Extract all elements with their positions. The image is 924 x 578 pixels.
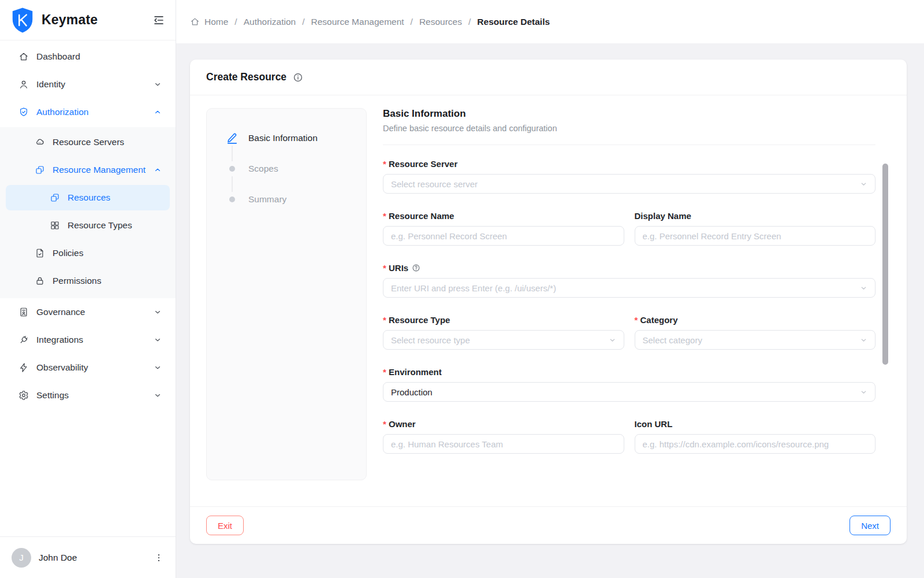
sidebar: Keymate Dashboard Identity [0,0,176,578]
plug-icon [18,335,29,345]
wizard-stepper: Basic Information Scopes Summary [206,108,367,480]
chevron-down-icon [154,364,162,372]
sidebar-item-identity[interactable]: Identity [6,72,170,97]
wizard-footer: Exit Next [190,506,907,544]
resource-server-select[interactable]: Select resource server [383,174,875,194]
field-label: Resource Type [383,315,450,325]
field-display-name: Display Name [635,211,876,246]
sidebar-item-label: Integrations [36,335,83,345]
field-resource-server: Resource Server Select resource server [383,159,875,194]
breadcrumb-authorization[interactable]: Authorization [244,17,296,27]
field-environment: Environment Production [383,367,875,402]
step-basic-information[interactable]: Basic Information [226,131,357,146]
field-label: Resource Server [383,159,457,169]
sidebar-item-settings[interactable]: Settings [6,383,170,408]
environment-select[interactable]: Production [383,382,875,402]
user-icon [18,79,29,90]
sidebar-item-label: Observability [36,362,88,373]
card-body: Basic Information Scopes Summary [190,95,907,506]
chevron-down-icon [154,308,162,316]
sidebar-item-resources[interactable]: Resources [6,185,170,210]
resource-type-select[interactable]: Select resource type [383,330,624,350]
sidebar-item-label: Resources [68,192,110,203]
sidebar-item-integrations[interactable]: Integrations [6,327,170,353]
sidebar-item-observability[interactable]: Observability [6,355,170,380]
exit-button[interactable]: Exit [206,516,244,535]
step-connector [232,176,233,192]
sidebar-item-label: Governance [36,307,85,317]
field-label: Category [635,315,678,325]
chevron-down-icon [860,388,867,396]
sidebar-item-authorization[interactable]: Authorization [6,99,170,125]
field-label: Environment [383,367,442,377]
uris-multiselect[interactable]: Enter URI and press Enter (e.g. /ui/user… [383,278,875,298]
sidebar-collapse-icon[interactable] [152,14,165,27]
sidebar-item-governance[interactable]: Governance [6,299,170,325]
sidebar-item-resource-management[interactable]: Resource Management [6,157,170,183]
field-label: Display Name [635,211,691,221]
page-title: Create Resource [206,71,286,83]
step-label: Basic Information [248,133,318,143]
field-uris: URIs Enter URI and press Enter (e.g. /ui… [383,263,875,298]
breadcrumb-separator: / [302,17,304,27]
breadcrumb-home[interactable]: Home [204,17,228,27]
section-title: Basic Information [383,108,875,120]
user-name: John Doe [39,553,77,563]
sidebar-item-resource-types[interactable]: Resource Types [6,213,170,238]
sidebar-item-dashboard[interactable]: Dashboard [6,44,170,69]
kebab-menu-icon[interactable] [154,553,164,563]
main-area: Home / Authorization / Resource Manageme… [176,0,924,578]
sidebar-nav: Dashboard Identity Authorization [0,40,176,536]
sidebar-user-footer: J John Doe [0,536,176,578]
sidebar-item-permissions[interactable]: Permissions [6,268,170,294]
field-resource-type: Resource Type Select resource type [383,315,624,350]
app-title: Keymate [42,12,98,28]
card-header: Create Resource [190,60,907,95]
breadcrumb-resource-management[interactable]: Resource Management [311,17,404,27]
bolt-icon [18,362,29,373]
icon-url-input[interactable] [635,434,876,454]
cloud-server-icon [35,137,45,147]
breadcrumb-separator: / [234,17,237,27]
display-name-input[interactable] [635,226,876,246]
next-button[interactable]: Next [850,516,891,535]
sidebar-item-label: Dashboard [36,51,80,62]
question-circle-icon[interactable] [412,264,420,272]
step-label: Scopes [248,164,278,174]
authorization-submenu: Resource Servers Resource Management Res… [0,127,176,298]
breadcrumb-resources[interactable]: Resources [419,17,462,27]
resource-name-input[interactable] [383,226,624,246]
edit-pencil-icon [226,132,239,144]
category-select[interactable]: Select category [635,330,876,350]
sidebar-item-policies[interactable]: Policies [6,240,170,266]
sidebar-item-label: Resource Types [68,220,132,231]
info-circle-icon[interactable] [293,72,303,83]
basic-information-form: Basic Information Define basic resource … [383,108,893,480]
avatar[interactable]: J [12,548,31,568]
chevron-up-icon [154,166,162,174]
breadcrumb-current: Resource Details [477,17,550,27]
content-area: Create Resource [176,43,924,578]
step-connector [232,146,233,161]
chevron-down-icon [860,180,867,188]
step-scopes[interactable]: Scopes [226,161,357,176]
chevron-down-icon [609,336,616,344]
field-label: Icon URL [635,419,673,429]
step-dot-icon [229,166,235,172]
sidebar-item-label: Policies [53,248,83,258]
section-subtitle: Define basic resource details and config… [383,124,875,133]
field-label: Owner [383,419,416,429]
field-owner: Owner [383,419,624,454]
home-icon [190,17,200,27]
home-icon [18,51,29,62]
form-scrollbar[interactable] [882,164,888,365]
sidebar-item-resource-servers[interactable]: Resource Servers [6,129,170,155]
field-icon-url: Icon URL [635,419,876,454]
audit-icon [18,307,29,317]
chevron-down-icon [154,336,162,344]
gear-icon [18,390,29,401]
step-summary[interactable]: Summary [226,192,357,207]
sidebar-header: Keymate [0,0,176,40]
chevron-down-icon [860,336,867,344]
owner-input[interactable] [383,434,624,454]
